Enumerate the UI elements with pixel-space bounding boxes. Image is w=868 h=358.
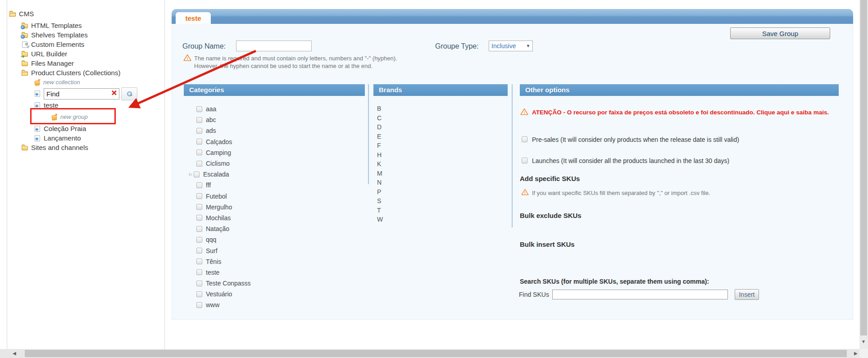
category-checkbox[interactable]	[196, 150, 202, 155]
category-checkbox[interactable]	[196, 258, 202, 264]
brand-letter[interactable]: M	[377, 170, 383, 179]
other-options-header: Other options	[520, 84, 839, 96]
tab-teste[interactable]: teste	[176, 12, 211, 24]
add-specific-skus-title: Add specific SKUs	[520, 175, 580, 182]
category-row: ads	[184, 125, 251, 136]
sidebar-item-url-builder[interactable]: ➜ URL Builder	[7, 49, 164, 59]
sidebar-item-new-collection[interactable]: new collection	[7, 77, 164, 87]
category-checkbox[interactable]	[196, 139, 202, 145]
sidebar-item-colecao-praia[interactable]: Coleção Praia	[7, 124, 164, 133]
sidebar-item-label: CMS	[19, 10, 34, 18]
sidebar-item-product-clusters[interactable]: Product Clusters (Collections)	[7, 68, 164, 77]
category-label: Vestuário	[206, 290, 232, 298]
tab-bar: teste	[172, 9, 853, 24]
brand-letter[interactable]: H	[377, 151, 383, 161]
find-skus-input[interactable]	[552, 290, 728, 299]
category-checkbox[interactable]	[196, 204, 202, 210]
scroll-right-arrow-icon[interactable]: ▶	[854, 351, 858, 356]
brand-letter[interactable]: P	[377, 188, 383, 198]
categories-header: Categories	[184, 84, 365, 96]
scroll-left-arrow-icon[interactable]: ◀	[13, 351, 16, 356]
sidebar-item-label: HTML Templates	[31, 22, 82, 29]
insert-button[interactable]: Insert	[735, 289, 759, 300]
category-row: Surf	[184, 245, 251, 256]
category-checkbox[interactable]	[196, 106, 202, 112]
sidebar-item-lancamento[interactable]: Lançamento	[7, 133, 164, 143]
category-label: Natação	[206, 225, 229, 232]
save-group-button[interactable]: Save Group	[730, 27, 830, 39]
category-row: Mergulho	[184, 202, 251, 213]
category-checkbox[interactable]	[196, 237, 202, 243]
sidebar-item-sites-and-channels[interactable]: Sites and channels	[7, 143, 164, 152]
category-row: Mochilas	[184, 213, 251, 223]
launches-checkbox[interactable]	[522, 158, 527, 163]
brand-letter[interactable]: E	[377, 133, 383, 142]
groupe-type-value: Inclusive	[491, 42, 526, 50]
category-checkbox[interactable]	[196, 226, 202, 232]
horizontal-scrollbar[interactable]: ◀ ▶	[0, 349, 868, 358]
sidebar-item-cms[interactable]: CMS	[7, 9, 164, 18]
category-label: Tênis	[206, 258, 221, 265]
collection-page-icon	[35, 135, 40, 141]
category-checkbox[interactable]	[196, 193, 202, 199]
sidebar-item-files-manager[interactable]: Files Manager	[7, 59, 164, 68]
brand-letter[interactable]: K	[377, 160, 383, 170]
folder-icon	[22, 62, 28, 66]
category-checkbox[interactable]	[196, 182, 202, 188]
deprecation-warning-text[interactable]: ATENÇÃO - O recurso por faixa de preços …	[532, 109, 843, 116]
groupe-type-select[interactable]: Inclusive ▼	[489, 41, 533, 51]
category-label: ads	[206, 127, 216, 134]
page-key-icon	[22, 41, 27, 48]
expand-arrow-icon[interactable]: ▷	[189, 172, 192, 177]
category-checkbox[interactable]	[196, 161, 202, 167]
launches-label: Launches (It will consider all the produ…	[532, 157, 729, 164]
sidebar-find-row: ✕	[7, 87, 164, 100]
bulk-insert-skus-title: Bulk insert SKUs	[520, 240, 575, 248]
sidebar-tree: CMS HTML Templates Shelves Templates Cus…	[7, 0, 165, 349]
category-label: qqq	[206, 236, 216, 243]
category-checkbox[interactable]	[194, 172, 200, 177]
presales-checkbox[interactable]	[522, 136, 527, 142]
scroll-down-arrow-icon[interactable]: ▼	[861, 339, 866, 344]
folder-link-icon: ➜	[22, 52, 28, 57]
main-panel: teste Group Name: ! The name is required…	[172, 9, 853, 320]
cms-admin-page: CMS HTML Templates Shelves Templates Cus…	[0, 0, 868, 358]
brand-letter[interactable]: B	[377, 105, 383, 114]
sidebar-item-custom-elements[interactable]: Custom Elements	[7, 40, 164, 49]
search-button[interactable]	[121, 87, 137, 100]
sidebar-item-html-templates[interactable]: HTML Templates	[7, 21, 164, 30]
brand-letter[interactable]: W	[377, 216, 383, 225]
category-checkbox[interactable]	[196, 248, 202, 254]
category-checkbox[interactable]	[196, 302, 202, 308]
brand-letter[interactable]: T	[377, 207, 383, 216]
group-name-input[interactable]	[236, 41, 312, 51]
svg-text:!: !	[524, 110, 525, 115]
brand-letter[interactable]: D	[377, 123, 383, 133]
category-checkbox[interactable]	[196, 117, 202, 123]
vertical-scrollbar[interactable]: ▼	[859, 0, 868, 349]
brand-letter[interactable]: S	[377, 197, 383, 207]
vertical-scrollbar-thumb[interactable]	[860, 0, 867, 335]
category-checkbox[interactable]	[196, 215, 202, 221]
scrollbar-corner	[859, 349, 868, 358]
brand-letter[interactable]: C	[377, 114, 383, 124]
brand-letter[interactable]: N	[377, 179, 383, 188]
brand-letter[interactable]: F	[377, 142, 383, 151]
category-label: Camping	[206, 149, 231, 156]
category-row: Vestuário	[184, 289, 251, 299]
annotation-highlight-box	[30, 108, 116, 124]
category-checkbox[interactable]	[196, 281, 202, 286]
category-label: Ciclismo	[206, 160, 230, 167]
chevron-down-icon: ▼	[526, 44, 530, 48]
category-label: Calçados	[206, 138, 232, 145]
cancel-x-icon[interactable]: ✕	[111, 90, 117, 97]
brands-header: Brands	[373, 84, 508, 96]
category-checkbox[interactable]	[196, 291, 202, 297]
category-label: abc	[206, 116, 216, 123]
category-row: teste	[184, 267, 251, 278]
collection-name-input[interactable]	[44, 88, 119, 100]
horizontal-scrollbar-thumb[interactable]	[25, 350, 847, 357]
sidebar-item-shelves-templates[interactable]: Shelves Templates	[7, 30, 164, 40]
category-checkbox[interactable]	[196, 128, 202, 134]
category-checkbox[interactable]	[196, 269, 202, 275]
